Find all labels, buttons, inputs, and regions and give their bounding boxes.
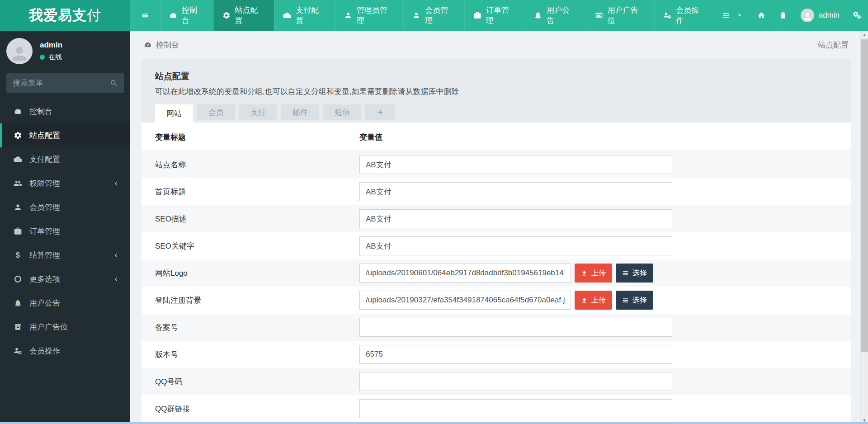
nav-item-pay-config[interactable]: 支付配置 bbox=[274, 0, 335, 31]
horizontal-scrollbar[interactable] bbox=[0, 422, 868, 424]
gear-icon bbox=[222, 11, 231, 19]
site-logo-input[interactable] bbox=[359, 264, 571, 283]
upload-icon bbox=[581, 270, 588, 277]
site-logo-upload-button[interactable]: 上传 bbox=[575, 264, 612, 283]
svg-text:$: $ bbox=[16, 251, 20, 259]
brand-logo[interactable]: 我爱易支付 bbox=[0, 0, 130, 31]
tab-email[interactable]: 邮件 bbox=[281, 104, 319, 120]
row-label-site-name: 站点名称 bbox=[142, 160, 359, 170]
user-gear-icon bbox=[13, 347, 23, 355]
column-header-title: 变量标题 bbox=[142, 132, 359, 142]
qq-group-link-input[interactable] bbox=[359, 399, 672, 418]
config-box: 站点配置 可以在此增改系统的变量和分组,也可以自定义分组和变量,如果需要删除请从… bbox=[142, 59, 851, 424]
row-value bbox=[359, 209, 672, 228]
sidebar-item-permission-manage[interactable]: 权限管理 bbox=[0, 171, 130, 195]
row-value bbox=[359, 236, 672, 255]
sidebar-item-order-manage[interactable]: 订单管理 bbox=[0, 219, 130, 243]
bell-icon bbox=[534, 11, 542, 19]
chevron-left-icon bbox=[111, 276, 121, 283]
sidebar-item-pay-config[interactable]: 支付配置 bbox=[0, 147, 130, 171]
seo-desc-input[interactable] bbox=[359, 209, 672, 228]
nav-item-console[interactable]: 控制台 bbox=[160, 0, 213, 31]
user-gear-icon bbox=[663, 11, 671, 19]
row-label-qq-number: QQ号码 bbox=[142, 377, 359, 387]
seo-keywords-input[interactable] bbox=[359, 236, 672, 255]
nav-item-member-manage[interactable]: 会员管理 bbox=[403, 0, 464, 31]
tab-payment[interactable]: 支付 bbox=[239, 104, 277, 120]
version-input[interactable] bbox=[359, 345, 672, 364]
icp-number-input[interactable] bbox=[359, 318, 672, 337]
qq-number-input[interactable] bbox=[359, 372, 672, 391]
sidebar-item-console[interactable]: 控制台 bbox=[0, 99, 130, 123]
nav-item-label: 会员操作 bbox=[676, 5, 707, 26]
scroll-up-arrow[interactable]: ▲ bbox=[861, 31, 868, 38]
tab-sms[interactable]: 短信 bbox=[323, 104, 361, 120]
row-label-icp-number: 备案号 bbox=[142, 322, 359, 333]
table-row: 登陆注册背景上传选择 bbox=[142, 287, 851, 314]
search-icon bbox=[110, 79, 118, 87]
nav-item-member-ops[interactable]: 会员操作 bbox=[654, 0, 715, 31]
row-label-login-bg: 登陆注册背景 bbox=[142, 295, 359, 306]
settings-button[interactable] bbox=[846, 0, 868, 31]
circle-icon bbox=[13, 275, 23, 283]
vertical-scrollbar[interactable]: ▲ ▼ bbox=[860, 31, 868, 424]
tab-label: 短信 bbox=[335, 107, 350, 118]
table-row: 站点名称 bbox=[142, 151, 851, 178]
nav-item-user-notice[interactable]: 用户公告 bbox=[525, 0, 586, 31]
user-menu[interactable]: admin bbox=[794, 0, 846, 31]
tab-add[interactable] bbox=[365, 104, 395, 120]
nav-item-order-manage[interactable]: 订单管理 bbox=[464, 0, 525, 31]
tasks-dropdown-button[interactable] bbox=[715, 0, 750, 31]
home-title-input[interactable] bbox=[359, 182, 672, 201]
table-row: QQ群链接 bbox=[142, 395, 851, 422]
scrollbar-thumb[interactable] bbox=[861, 39, 868, 352]
site-name-input[interactable] bbox=[359, 155, 672, 174]
sidebar-item-member-manage[interactable]: 会员管理 bbox=[0, 195, 130, 219]
row-label-home-title: 首页标题 bbox=[142, 187, 359, 197]
row-value: 上传选择 bbox=[359, 291, 653, 310]
nav-item-site-config[interactable]: 站点配置 bbox=[213, 0, 274, 31]
sidebar-item-label: 权限管理 bbox=[29, 178, 60, 188]
sidebar-item-label: 更多选项 bbox=[29, 274, 60, 284]
login-bg-upload-button[interactable]: 上传 bbox=[575, 291, 612, 310]
table-row: 版本号 bbox=[142, 341, 851, 368]
navbar-username: admin bbox=[819, 11, 840, 20]
cloud-icon bbox=[283, 11, 291, 19]
chevron-left-icon bbox=[111, 252, 121, 259]
tab-member[interactable]: 会员 bbox=[197, 104, 235, 120]
sidebar-item-more-options[interactable]: 更多选项 bbox=[0, 267, 130, 291]
sidebar-item-site-config[interactable]: 站点配置 bbox=[0, 123, 130, 147]
users-icon bbox=[13, 179, 23, 188]
trash-button[interactable] bbox=[772, 0, 794, 31]
home-button[interactable] bbox=[750, 0, 772, 31]
sidebar-item-user-ads[interactable]: 用户广告位 bbox=[0, 315, 130, 339]
gear-icon bbox=[13, 131, 23, 140]
table-row: SEO描述 bbox=[142, 205, 851, 232]
chevron-left-icon bbox=[111, 180, 121, 187]
cloud-icon bbox=[13, 155, 23, 164]
sidebar-toggle-button[interactable] bbox=[130, 0, 160, 31]
tab-label: 邮件 bbox=[292, 107, 308, 118]
breadcrumb-current-page: 站点配置 bbox=[818, 40, 849, 50]
search-input[interactable] bbox=[6, 73, 124, 93]
top-navbar: 我爱易支付 控制台站点配置支付配置管理员管理会员管理订单管理用户公告用户广告位会… bbox=[0, 0, 868, 31]
nav-item-admin-manage[interactable]: 管理员管理 bbox=[335, 0, 403, 31]
page-title: 站点配置 bbox=[155, 71, 838, 82]
nav-item-user-ads[interactable]: 用户广告位 bbox=[586, 0, 654, 31]
site-logo-choose-button[interactable]: 选择 bbox=[616, 264, 653, 283]
row-value bbox=[359, 372, 672, 391]
shell: admin 在线 控制台站点配置支付配置权限管理会员管理订单管理$结算管理更多选… bbox=[0, 31, 868, 424]
config-tabs: 网站会员支付邮件短信 bbox=[155, 104, 838, 122]
login-bg-input[interactable] bbox=[359, 291, 571, 310]
sidebar-item-label: 用户公告 bbox=[29, 298, 60, 308]
main-content: 控制台 站点配置 站点配置 可以在此增改系统的变量和分组,也可以自定义分组和变量… bbox=[130, 31, 860, 424]
login-bg-choose-button[interactable]: 选择 bbox=[616, 291, 653, 310]
brand-text-bold: 我爱易支 bbox=[29, 6, 87, 25]
breadcrumb-console-link[interactable]: 控制台 bbox=[144, 40, 179, 50]
tab-website[interactable]: 网站 bbox=[155, 104, 193, 122]
sidebar-item-settlement-manage[interactable]: $结算管理 bbox=[0, 243, 130, 267]
row-label-qq-group-link: QQ群链接 bbox=[142, 404, 359, 414]
sidebar-item-member-ops[interactable]: 会员操作 bbox=[0, 339, 130, 363]
sidebar-item-user-notice[interactable]: 用户公告 bbox=[0, 291, 130, 315]
list-icon bbox=[722, 11, 730, 19]
